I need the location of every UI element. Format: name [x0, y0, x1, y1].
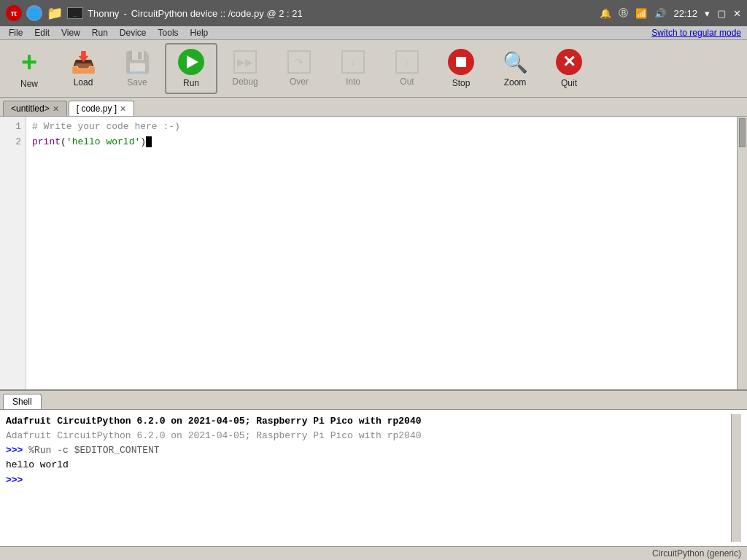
- switch-mode-anchor[interactable]: Switch to regular mode: [651, 28, 741, 38]
- window-collapse-btn[interactable]: ▾: [705, 8, 710, 19]
- shell-line-4: hello world: [6, 458, 731, 472]
- toolbar: + New 📥 Load 💾 Save Run ▶▶ Debug ↷ Over …: [0, 40, 747, 98]
- menu-bar: File Edit View Run Device Tools Help: [0, 26, 646, 39]
- tab-untitled[interactable]: <untitled> ✕: [3, 101, 67, 116]
- stop-button[interactable]: Stop: [435, 43, 487, 94]
- save-button: 💾 Save: [111, 43, 163, 94]
- window-title-device: CircuitPython device :: /code.py @ 2 : 2…: [131, 8, 303, 19]
- run-icon: [178, 49, 204, 75]
- tab-untitled-label: <untitled>: [11, 104, 50, 114]
- line-num-2: 2: [4, 135, 21, 150]
- run-triangle: [187, 55, 198, 69]
- code-editor[interactable]: # Write your code here :-) print('hello …: [26, 117, 737, 389]
- shell-tab-label: Shell: [12, 397, 32, 407]
- shell-prompt-2: >>>: [6, 475, 23, 486]
- shell-tab[interactable]: Shell: [3, 394, 42, 409]
- shell-tab-bar: Shell: [0, 391, 747, 410]
- switch-mode-link[interactable]: Switch to regular mode: [646, 26, 747, 39]
- menu-file[interactable]: File: [3, 26, 28, 39]
- shell-output-1: hello world: [6, 459, 69, 470]
- shell-prompt-1: >>>: [6, 445, 28, 456]
- shell-content[interactable]: Adafruit CircuitPython 6.2.0 on 2021-04-…: [0, 410, 747, 546]
- wifi-icon: 📶: [635, 8, 647, 19]
- window-title: Thonny: [88, 8, 119, 19]
- editor-scrollbar-thumb[interactable]: [739, 118, 746, 147]
- cursor: [146, 136, 152, 147]
- menu-edit[interactable]: Edit: [28, 26, 55, 39]
- title-bar-right: 🔔 Ⓑ 📶 🔊 22:12 ▾ ▢ ✕: [600, 7, 741, 20]
- window-restore-btn[interactable]: ▢: [717, 8, 726, 19]
- quit-icon: ✕: [556, 49, 582, 75]
- line-num-1: 1: [4, 120, 21, 135]
- into-button: ↓ Into: [327, 43, 379, 94]
- tab-codepy[interactable]: [ code.py ] ✕: [69, 101, 134, 116]
- status-bar: CircuitPython (generic): [0, 546, 747, 560]
- line-numbers: 1 2: [0, 117, 26, 389]
- quit-button[interactable]: ✕ Quit: [543, 43, 595, 94]
- shell-line-2-text: Adafruit CircuitPython 6.2.0 on 2021-04-…: [6, 430, 422, 441]
- menu-device[interactable]: Device: [114, 26, 152, 39]
- load-button[interactable]: 📥 Load: [57, 43, 109, 94]
- editor-tabs-bar: <untitled> ✕ [ code.py ] ✕: [0, 98, 747, 117]
- new-icon: +: [21, 48, 37, 76]
- app-logo-icon: π: [6, 5, 22, 21]
- window-title-sep: -: [123, 8, 126, 19]
- load-label: Load: [74, 77, 93, 88]
- stop-label: Stop: [452, 78, 471, 88]
- save-icon: 💾: [125, 50, 150, 74]
- volume-icon: 🔊: [654, 8, 666, 19]
- run-button[interactable]: Run: [165, 43, 217, 94]
- into-icon: ↓: [341, 50, 365, 74]
- bluetooth-icon: Ⓑ: [619, 7, 628, 20]
- tab-codepy-close[interactable]: ✕: [120, 104, 126, 114]
- terminal-icon[interactable]: _: [67, 7, 83, 19]
- run-label: Run: [183, 78, 199, 88]
- zoom-icon: 🔍: [503, 50, 528, 74]
- out-button: ↑ Out: [381, 43, 433, 94]
- debug-label: Debug: [232, 77, 258, 87]
- over-icon: ↷: [287, 50, 311, 74]
- save-label: Save: [127, 77, 147, 88]
- globe-icon[interactable]: 🌐: [26, 5, 42, 21]
- bell-icon: 🔔: [600, 8, 611, 19]
- zoom-button[interactable]: 🔍 Zoom: [489, 43, 541, 94]
- menu-view[interactable]: View: [55, 26, 86, 39]
- tab-codepy-label: [ code.py ]: [77, 104, 117, 114]
- shell-line-5: >>>: [6, 473, 731, 488]
- menu-run[interactable]: Run: [86, 26, 114, 39]
- out-label: Out: [400, 77, 414, 87]
- shell-line-1-text: Adafruit CircuitPython 6.2.0 on 2021-04-…: [6, 416, 422, 427]
- into-label: Into: [346, 77, 360, 87]
- load-icon: 📥: [71, 50, 96, 74]
- status-text: CircuitPython (generic): [652, 548, 741, 559]
- code-line-1-comment: # Write your code here :-): [32, 121, 180, 132]
- code-line-2-kw: print: [32, 136, 61, 147]
- title-bar: π 🌐 📁 _ Thonny - CircuitPython device ::…: [0, 0, 747, 26]
- shell-section: Shell Adafruit CircuitPython 6.2.0 on 20…: [0, 389, 747, 546]
- code-line-2-paren-open: (: [61, 136, 66, 147]
- debug-icon: ▶▶: [233, 50, 257, 74]
- menu-help[interactable]: Help: [185, 26, 214, 39]
- shell-line-1: Adafruit CircuitPython 6.2.0 on 2021-04-…: [6, 414, 731, 429]
- over-label: Over: [290, 77, 309, 87]
- shell-line-2: Adafruit CircuitPython 6.2.0 on 2021-04-…: [6, 429, 731, 443]
- shell-scrollbar[interactable]: [731, 414, 741, 542]
- stop-icon: [448, 49, 474, 75]
- code-line-2-paren-close: ): [140, 136, 146, 147]
- new-button[interactable]: + New: [3, 43, 55, 94]
- folder-icon[interactable]: 📁: [47, 5, 63, 21]
- stop-square: [456, 57, 466, 67]
- debug-button: ▶▶ Debug: [219, 43, 271, 94]
- code-line-2-string: 'hello world': [66, 136, 140, 147]
- window-close-btn[interactable]: ✕: [733, 8, 741, 19]
- menu-tools[interactable]: Tools: [152, 26, 185, 39]
- editor-scrollbar[interactable]: [737, 117, 747, 389]
- tab-untitled-close[interactable]: ✕: [53, 104, 59, 114]
- over-button: ↷ Over: [273, 43, 325, 94]
- editor-area: 1 2 # Write your code here :-) print('he…: [0, 117, 747, 389]
- shell-text: Adafruit CircuitPython 6.2.0 on 2021-04-…: [6, 414, 731, 542]
- system-time: 22:12: [673, 8, 697, 19]
- zoom-label: Zoom: [504, 77, 527, 88]
- title-bar-left: π 🌐 📁 _ Thonny - CircuitPython device ::…: [6, 5, 303, 21]
- shell-cmd-1: %Run -c $EDITOR_CONTENT: [28, 445, 159, 456]
